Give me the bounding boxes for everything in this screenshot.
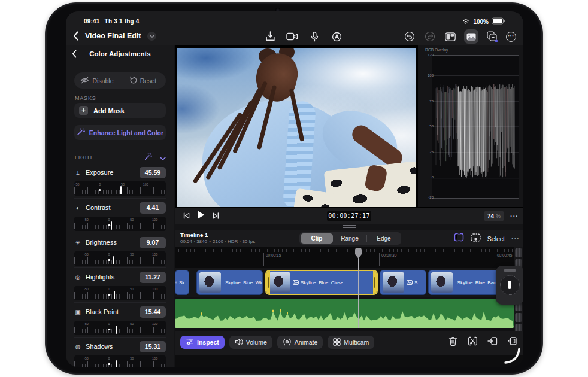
volume-icon [235, 338, 243, 347]
clip-name: Sk... [175, 280, 189, 285]
slider-value[interactable]: 11.27 [140, 272, 166, 283]
reset-button[interactable]: Reset [120, 76, 166, 85]
slider-contrast[interactable]: ◐Contrast4.41-50050100 [74, 198, 166, 233]
effects-button[interactable] [486, 30, 499, 43]
select-tool-button[interactable]: Select [487, 235, 505, 242]
viewer-zoom-control[interactable]: 74 % [484, 211, 504, 221]
previous-frame-button[interactable] [183, 211, 190, 221]
app-toolbar: Video Final Edit ··· [66, 28, 523, 45]
multicam-button[interactable]: Multicam [328, 336, 374, 349]
timeline: Timeline 1 00:54 · 3840 × 2160 · HDR · 3… [175, 230, 523, 331]
insert-clip-button[interactable] [487, 336, 498, 346]
back-button[interactable] [73, 31, 83, 42]
delete-button[interactable] [447, 336, 458, 346]
disable-button[interactable]: Disable [74, 77, 120, 85]
jog-wheel[interactable] [496, 266, 523, 305]
audio-track[interactable] [175, 299, 514, 328]
jog-wheel-handle[interactable] [504, 269, 516, 272]
panel-resize-handle[interactable] [343, 225, 356, 228]
slider-tick-label: 0 [108, 287, 110, 291]
panel-title: Color Adjustments [66, 50, 174, 57]
slider-brightness[interactable]: ☀Brightness9.07-50050100 [74, 233, 166, 267]
slider-ruler[interactable]: -50050100 [74, 217, 166, 231]
next-frame-button[interactable] [213, 211, 219, 221]
mode-clip[interactable]: Clip [301, 233, 333, 244]
slider-ruler[interactable]: -50050100 [74, 181, 166, 196]
slider-cursor-handle[interactable] [114, 291, 115, 299]
animate-button[interactable]: Animate [277, 336, 323, 349]
photos-button[interactable] [464, 29, 478, 44]
slider-value[interactable]: 9.07 [140, 237, 166, 248]
camera-button[interactable] [286, 30, 299, 43]
detach-audio-button[interactable] [507, 336, 517, 346]
scope-axis-label: 0 [425, 175, 434, 179]
more-options-button[interactable]: ··· [506, 32, 516, 42]
slider-ruler[interactable]: -50050100 [74, 251, 166, 266]
slider-highlights[interactable]: ◎Highlights11.27-50050100 [74, 267, 166, 302]
mode-edge[interactable]: Edge [368, 233, 400, 244]
enhance-light-color-button[interactable]: Enhance Light and Color [74, 125, 166, 140]
strip-block[interactable] [515, 313, 522, 322]
timeline-clip[interactable]: Skyline_Blue_Wide [196, 270, 263, 295]
slider-label: Highlights [86, 273, 135, 281]
slider-value[interactable]: 15.31 [140, 341, 166, 352]
project-menu-button[interactable] [147, 32, 156, 41]
timeline-ruler[interactable]: 00:00:1500:00:3000:00:45 [175, 247, 514, 268]
media-browser-button[interactable] [444, 30, 457, 43]
clip-thumbnail [269, 272, 290, 293]
viewer[interactable] [175, 45, 418, 207]
slider-value[interactable]: 4.41 [140, 202, 166, 214]
slider-exposure[interactable]: ±Exposure45.59-50050100 [74, 163, 166, 198]
inspect-button[interactable]: Inspect [180, 336, 225, 349]
project-title: Video Final Edit [85, 32, 141, 40]
slider-value[interactable]: 15.44 [140, 306, 166, 318]
slider-tick-label: 0 [108, 357, 110, 360]
slider-cursor-handle[interactable] [120, 186, 122, 194]
light-section-header[interactable]: LIGHT [75, 152, 166, 162]
viewer-more-button[interactable]: ··· [510, 212, 519, 220]
undo-button[interactable] [403, 30, 416, 43]
timeline-clip[interactable]: S... [380, 270, 426, 295]
slider-black-point[interactable]: ▣Black Point15.44-50050100 [74, 302, 166, 337]
slider-ruler[interactable]: -50050100 [74, 321, 166, 335]
slider-tick-label: -50 [84, 322, 89, 326]
clip-trim-handle-right[interactable] [373, 271, 377, 294]
slider-ruler[interactable]: -50050100 [74, 286, 166, 300]
timeline-metadata: 00:54 · 3840 × 2160 · HDR · 30 fps [180, 239, 255, 244]
slider-ruler[interactable]: -50050100 [74, 355, 166, 367]
animate-icon [283, 338, 292, 347]
volume-button[interactable]: Volume [229, 336, 272, 349]
snapping-toggle-icon[interactable] [454, 233, 464, 244]
slider-tick-label: 0 [108, 322, 110, 326]
slider-tick-label: 50 [130, 253, 134, 256]
auto-enhance-icon[interactable] [144, 152, 152, 163]
clip-trim-handle-left[interactable] [266, 271, 270, 294]
timecode-display[interactable]: 00:00:27:17 [327, 211, 371, 221]
jog-wheel-toggle-icon[interactable] [471, 233, 481, 244]
strip-block[interactable] [515, 248, 522, 257]
mode-range[interactable]: Range [334, 233, 366, 244]
play-button[interactable] [198, 211, 205, 221]
transport-bar: 00:00:27:17 74 % ··· [175, 207, 523, 224]
slider-cursor-handle[interactable] [116, 326, 117, 334]
blade-button[interactable] [467, 336, 478, 346]
timeline-clip[interactable]: Sk... [175, 270, 189, 295]
jog-wheel-dial[interactable] [500, 275, 520, 295]
right-tools: ··· [403, 29, 516, 44]
microphone-button[interactable] [308, 30, 321, 43]
slider-cursor-handle[interactable] [111, 221, 112, 230]
timeline-clip[interactable]: Skyline_Blue_Close [265, 270, 378, 295]
annotate-button[interactable] [330, 30, 343, 43]
slider-tick-label: 50 [130, 287, 134, 291]
collapse-chevron-icon[interactable] [160, 152, 166, 163]
redo-button[interactable] [423, 30, 437, 43]
slider-cursor-handle[interactable] [116, 360, 117, 367]
light-sliders-list: ±Exposure45.59-50050100◐Contrast4.41-500… [66, 163, 174, 367]
multicam-label: Multicam [344, 339, 369, 346]
slider-value[interactable]: 45.59 [140, 167, 166, 178]
timeline-more-button[interactable]: ··· [511, 235, 520, 242]
add-mask-button[interactable]: + Add Mask [74, 103, 166, 118]
slider-cursor-handle[interactable] [113, 256, 114, 264]
slider-shadows[interactable]: ◍Shadows15.31-50050100 [74, 337, 166, 367]
export-button[interactable] [263, 30, 277, 43]
